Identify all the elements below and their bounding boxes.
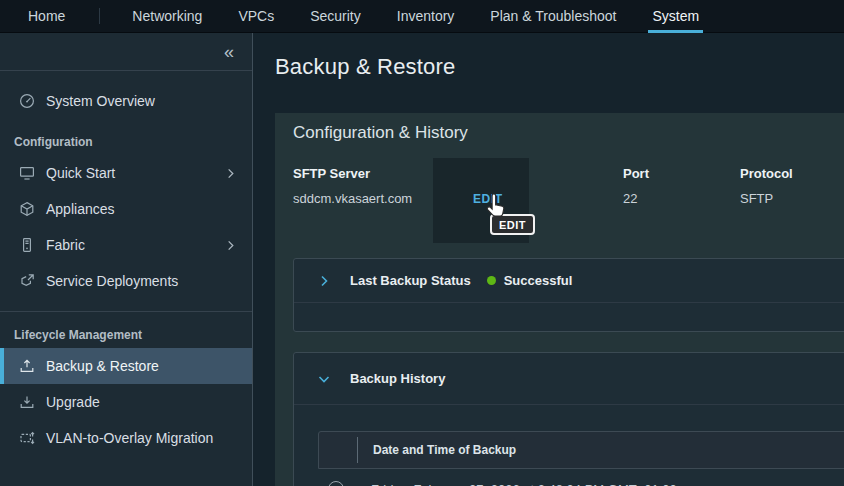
sidebar-item-vlan-overlay-migration[interactable]: VLAN-to-Overlay Migration: [0, 420, 252, 456]
cube-icon: [19, 201, 35, 217]
table-row[interactable]: Friday, February 27, 2026 at 3:48:04 PM …: [318, 469, 844, 486]
sidebar: « System Overview Configuration Quick St…: [0, 33, 253, 486]
nav-item-security[interactable]: Security: [292, 0, 379, 33]
collapse-sidebar-icon[interactable]: «: [224, 43, 234, 61]
sidebar-item-label: Fabric: [46, 237, 85, 253]
last-backup-status-header[interactable]: Last Backup Status Successful: [294, 259, 844, 303]
chevron-right-icon[interactable]: [318, 275, 330, 287]
sftp-server-value: sddcm.vkasaert.com: [293, 191, 412, 206]
sidebar-list: System Overview Configuration Quick Star…: [0, 71, 252, 456]
top-nav: Home Networking VPCs Security Inventory …: [0, 0, 844, 33]
sidebar-item-upgrade[interactable]: Upgrade: [0, 384, 252, 420]
chevron-down-icon[interactable]: [318, 373, 330, 385]
nav-item-system[interactable]: System: [634, 0, 717, 33]
backup-history-header[interactable]: Backup History: [294, 353, 844, 405]
sidebar-item-label: Quick Start: [46, 165, 115, 181]
nav-item-networking[interactable]: Networking: [114, 0, 220, 33]
sftp-server-label: SFTP Server: [293, 166, 370, 181]
configuration-history-panel: Configuration & History SFTP Server sddc…: [275, 113, 844, 486]
nav-item-inventory[interactable]: Inventory: [379, 0, 473, 33]
sidebar-item-label: Service Deployments: [46, 273, 178, 289]
page-title: Backup & Restore: [275, 54, 456, 80]
protocol-label: Protocol: [740, 166, 793, 181]
table-header-row: Date and Time of Backup: [318, 431, 844, 469]
deploy-icon: [19, 273, 35, 289]
row-radio-button[interactable]: [328, 481, 344, 486]
protocol-value: SFTP: [740, 191, 773, 206]
backup-history-title: Backup History: [350, 371, 445, 386]
last-backup-status-value: Successful: [504, 273, 573, 288]
server-icon: [19, 237, 35, 253]
sidebar-collapse-bar: «: [0, 33, 252, 71]
sidebar-item-label: VLAN-to-Overlay Migration: [46, 430, 213, 446]
backup-history-table: Date and Time of Backup Friday, February…: [318, 431, 844, 486]
sidebar-item-system-overview[interactable]: System Overview: [0, 83, 252, 119]
sidebar-item-appliances[interactable]: Appliances: [0, 191, 252, 227]
nav-item-home[interactable]: Home: [28, 0, 83, 33]
display-icon: [19, 165, 35, 181]
sidebar-item-label: Appliances: [46, 201, 115, 217]
chevron-right-icon[interactable]: [225, 240, 236, 251]
port-label: Port: [623, 166, 649, 181]
upgrade-icon: [19, 394, 35, 410]
panel-title: Configuration & History: [293, 123, 468, 143]
success-status-dot-icon: [487, 276, 496, 285]
sidebar-item-quick-start[interactable]: Quick Start: [0, 155, 252, 191]
sidebar-item-label: Backup & Restore: [46, 358, 159, 374]
gauge-icon: [19, 93, 35, 109]
select-column-header: [319, 432, 357, 468]
backup-history-card: Backup History Date and Time of Backup F…: [293, 352, 844, 486]
sidebar-item-label: Upgrade: [46, 394, 100, 410]
main-content: Backup & Restore Configuration & History…: [254, 33, 844, 486]
sidebar-item-service-deployments[interactable]: Service Deployments: [0, 263, 252, 299]
sidebar-item-label: System Overview: [46, 93, 155, 109]
backup-icon: [19, 358, 35, 374]
migration-icon: [19, 430, 35, 446]
sidebar-section-lifecycle-management: Lifecycle Management: [0, 312, 252, 348]
last-backup-status-card: Last Backup Status Successful: [293, 258, 844, 332]
nav-item-vpcs[interactable]: VPCs: [220, 0, 292, 33]
nav-divider: [99, 8, 100, 24]
sidebar-item-backup-restore[interactable]: Backup & Restore: [0, 348, 252, 384]
mouse-cursor-icon: [484, 194, 508, 220]
chevron-right-icon[interactable]: [225, 168, 236, 179]
port-value: 22: [623, 191, 637, 206]
sidebar-item-fabric[interactable]: Fabric: [0, 227, 252, 263]
nav-item-plan-troubleshoot[interactable]: Plan & Troubleshoot: [472, 0, 634, 33]
sidebar-section-configuration: Configuration: [0, 119, 252, 155]
date-column-header: Date and Time of Backup: [358, 443, 516, 457]
last-backup-status-title: Last Backup Status: [350, 273, 471, 288]
backup-datetime: Friday, February 27, 2026 at 3:48:04 PM …: [371, 482, 677, 486]
